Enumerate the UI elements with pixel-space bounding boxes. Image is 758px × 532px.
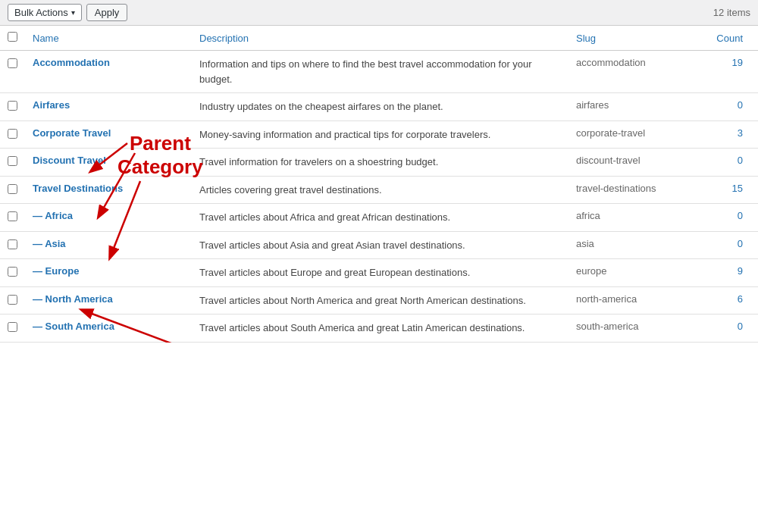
row-name-link[interactable]: — Africa bbox=[33, 210, 73, 221]
row-name-link[interactable]: — North America bbox=[33, 293, 113, 305]
row-slug: europe bbox=[568, 259, 705, 287]
row-checkbox-cell bbox=[0, 315, 25, 343]
row-checkbox-cell bbox=[0, 204, 25, 232]
row-slug: asia bbox=[568, 231, 705, 259]
row-slug: discount-travel bbox=[568, 149, 705, 177]
row-checkbox-cell bbox=[0, 51, 25, 93]
row-count: 0 bbox=[705, 315, 758, 343]
row-checkbox-cell bbox=[0, 259, 25, 287]
row-slug: south-america bbox=[568, 315, 705, 343]
row-checkbox[interactable] bbox=[8, 156, 17, 166]
row-checkbox-cell bbox=[0, 149, 25, 177]
toolbar: Bulk Actions ▾ Apply 12 items bbox=[0, 0, 758, 26]
row-description: Information and tips on where to find th… bbox=[192, 51, 568, 93]
header-description: Description bbox=[192, 26, 568, 51]
row-checkbox[interactable] bbox=[8, 211, 17, 221]
chevron-down-icon: ▾ bbox=[71, 8, 75, 17]
row-description: Travel articles about Asia and great Asi… bbox=[192, 231, 568, 259]
table-header-row: Name Description Slug Count bbox=[0, 26, 758, 51]
row-checkbox[interactable] bbox=[8, 58, 17, 68]
select-all-checkbox[interactable] bbox=[8, 32, 17, 42]
row-name-link[interactable]: — South America bbox=[33, 321, 114, 332]
table-row: — North AmericaTravel articles about Nor… bbox=[0, 286, 758, 315]
item-count: 12 items bbox=[713, 7, 750, 18]
row-count: 15 bbox=[705, 176, 758, 204]
row-name: Discount Travel bbox=[25, 149, 192, 177]
row-description: Travel articles about Africa and great A… bbox=[192, 204, 568, 232]
row-name: Corporate Travel bbox=[25, 120, 192, 149]
header-checkbox-cell bbox=[0, 26, 25, 51]
toolbar-left: Bulk Actions ▾ Apply bbox=[8, 4, 127, 21]
table-row: AccommodationInformation and tips on whe… bbox=[0, 51, 758, 93]
row-name: — North America bbox=[25, 286, 192, 315]
row-name: — Europe bbox=[25, 259, 192, 287]
table-body: AccommodationInformation and tips on whe… bbox=[0, 51, 758, 343]
row-name-link[interactable]: Corporate Travel bbox=[33, 127, 111, 139]
row-name-link[interactable]: — Asia bbox=[33, 238, 66, 249]
row-checkbox-cell bbox=[0, 93, 25, 121]
row-description: Travel information for travelers on a sh… bbox=[192, 149, 568, 177]
row-count: 19 bbox=[705, 51, 758, 93]
row-name: Airfares bbox=[25, 93, 192, 121]
table-row: Travel DestinationsArticles covering gre… bbox=[0, 176, 758, 204]
row-description: Money-saving information and practical t… bbox=[192, 120, 568, 149]
table-wrapper: Name Description Slug Count Accommodatio… bbox=[0, 26, 758, 343]
table-row: — South AmericaTravel articles about Sou… bbox=[0, 315, 758, 343]
row-checkbox[interactable] bbox=[8, 101, 17, 111]
row-name: Travel Destinations bbox=[25, 176, 192, 204]
row-checkbox-cell bbox=[0, 120, 25, 149]
row-name: — Africa bbox=[25, 204, 192, 232]
row-slug: north-america bbox=[568, 286, 705, 315]
apply-button[interactable]: Apply bbox=[86, 4, 128, 21]
table-row: — AsiaTravel articles about Asia and gre… bbox=[0, 231, 758, 259]
header-count: Count bbox=[705, 26, 758, 51]
row-description: Travel articles about Europe and great E… bbox=[192, 259, 568, 287]
row-description: Travel articles about South America and … bbox=[192, 315, 568, 343]
row-checkbox-cell bbox=[0, 176, 25, 204]
row-checkbox[interactable] bbox=[8, 322, 17, 332]
row-count: 9 bbox=[705, 259, 758, 287]
table-row: Discount TravelTravel information for tr… bbox=[0, 149, 758, 177]
bulk-actions-dropdown[interactable]: Bulk Actions ▾ bbox=[8, 4, 82, 21]
row-name-link[interactable]: Airfares bbox=[33, 99, 70, 111]
row-checkbox[interactable] bbox=[8, 239, 17, 249]
header-name: Name bbox=[25, 26, 192, 51]
row-checkbox-cell bbox=[0, 231, 25, 259]
categories-table: Name Description Slug Count Accommodatio… bbox=[0, 26, 758, 343]
row-description: Industry updates on the cheapest airfare… bbox=[192, 93, 568, 121]
row-name-link[interactable]: — Europe bbox=[33, 265, 79, 277]
row-name: — South America bbox=[25, 315, 192, 343]
table-row: — EuropeTravel articles about Europe and… bbox=[0, 259, 758, 287]
bulk-actions-label: Bulk Actions bbox=[14, 7, 68, 18]
row-description: Travel articles about North America and … bbox=[192, 286, 568, 315]
table-row: AirfaresIndustry updates on the cheapest… bbox=[0, 93, 758, 121]
row-count: 3 bbox=[705, 120, 758, 149]
row-checkbox[interactable] bbox=[8, 184, 17, 194]
row-checkbox[interactable] bbox=[8, 295, 17, 305]
row-name-link[interactable]: Travel Destinations bbox=[33, 183, 123, 194]
row-name-link[interactable]: Discount Travel bbox=[33, 155, 106, 166]
row-checkbox[interactable] bbox=[8, 129, 17, 139]
row-description: Articles covering great travel destinati… bbox=[192, 176, 568, 204]
row-slug: accommodation bbox=[568, 51, 705, 93]
header-slug: Slug bbox=[568, 26, 705, 51]
row-slug: corporate-travel bbox=[568, 120, 705, 149]
row-slug: africa bbox=[568, 204, 705, 232]
table-row: — AfricaTravel articles about Africa and… bbox=[0, 204, 758, 232]
table-row: Corporate TravelMoney-saving information… bbox=[0, 120, 758, 149]
row-name: — Asia bbox=[25, 231, 192, 259]
row-count: 0 bbox=[705, 149, 758, 177]
row-count: 0 bbox=[705, 231, 758, 259]
row-checkbox[interactable] bbox=[8, 267, 17, 277]
row-count: 6 bbox=[705, 286, 758, 315]
row-checkbox-cell bbox=[0, 286, 25, 315]
row-count: 0 bbox=[705, 204, 758, 232]
row-name: Accommodation bbox=[25, 51, 192, 93]
row-count: 0 bbox=[705, 93, 758, 121]
row-name-link[interactable]: Accommodation bbox=[33, 57, 110, 68]
row-slug: travel-destinations bbox=[568, 176, 705, 204]
row-slug: airfares bbox=[568, 93, 705, 121]
